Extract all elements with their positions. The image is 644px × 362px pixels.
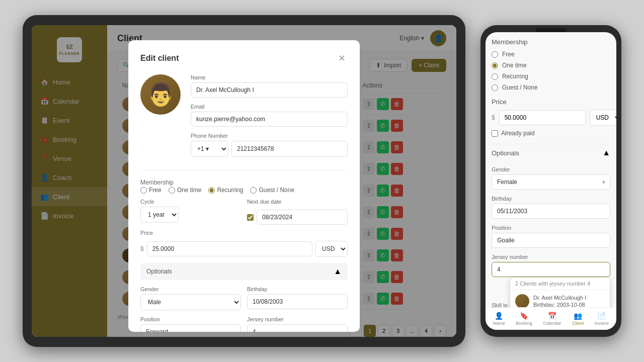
name-input[interactable] bbox=[191, 82, 348, 98]
phone-gender-select[interactable]: Female bbox=[492, 174, 610, 190]
price-input[interactable] bbox=[147, 241, 312, 256]
email-input[interactable] bbox=[191, 112, 348, 127]
gender-birthday-row: Gender Male Birthday bbox=[140, 286, 348, 316]
cycle-group: Cycle 1 year bbox=[140, 199, 241, 225]
phone-optionals-toggle[interactable]: Optionals ▲ bbox=[492, 144, 610, 161]
jersey-label: Jersey number bbox=[247, 316, 348, 322]
currency-select[interactable]: USD bbox=[315, 241, 348, 257]
name-nav-icon: 👤 bbox=[495, 312, 503, 320]
phone-recurring-radio[interactable] bbox=[492, 73, 498, 80]
phone-position-input[interactable] bbox=[492, 233, 610, 248]
bottom-nav-client-label: Client bbox=[572, 321, 584, 326]
phone-jersey-label: Jersey number bbox=[492, 254, 610, 260]
bottom-nav-calendar[interactable]: 📅 Calendar bbox=[543, 312, 561, 326]
autocomplete-info: Dr. Axel McCullough I Birthday: 2003-10-… bbox=[533, 295, 586, 307]
phone-onetime-radio[interactable] bbox=[492, 62, 498, 69]
next-due-group: Next due date bbox=[247, 199, 348, 225]
phone-already-paid-label: Already paid bbox=[501, 130, 535, 137]
phone-price-input[interactable] bbox=[499, 110, 586, 125]
jersey-input[interactable] bbox=[247, 324, 348, 332]
tablet-device: EZPLANNER 🏠 Home 📅 Calendar 📋 Event 🔖 Bo… bbox=[23, 15, 465, 347]
membership-onetime-radio[interactable] bbox=[169, 187, 175, 194]
phone-label: Phone Number bbox=[191, 133, 348, 139]
phone-notch bbox=[536, 28, 566, 32]
next-due-label: Next due date bbox=[247, 199, 282, 205]
membership-onetime[interactable]: One time bbox=[169, 187, 202, 194]
membership-recurring[interactable]: Recurring bbox=[208, 187, 243, 194]
phone-already-paid-row: Already paid bbox=[492, 130, 610, 137]
membership-divider bbox=[140, 170, 348, 170]
client-avatar: 👨 bbox=[140, 74, 181, 115]
membership-radio-group: Free One time Recurring Guest / None bbox=[140, 187, 348, 194]
phone-device: Membership Free One time Recurring Guest… bbox=[480, 25, 621, 337]
phone-free-radio[interactable] bbox=[492, 51, 498, 58]
gender-select[interactable]: Male bbox=[140, 294, 241, 310]
birthday-input[interactable] bbox=[247, 294, 348, 309]
modal-close-button[interactable]: ✕ bbox=[336, 52, 348, 64]
phone-field-group: Phone Number +1 ▾ bbox=[191, 133, 348, 157]
modal-overlay: Edit client ✕ 👨 Name Email bbox=[32, 25, 456, 337]
membership-guest[interactable]: Guest / None bbox=[250, 187, 294, 194]
phone-guest-radio[interactable] bbox=[492, 84, 498, 91]
phone-screen: Membership Free One time Recurring Guest… bbox=[486, 32, 616, 330]
cycle-select[interactable]: 1 year bbox=[140, 207, 179, 223]
price-row: $ USD bbox=[140, 241, 348, 257]
phone-price-label: Price bbox=[492, 98, 610, 106]
next-due-checkbox[interactable] bbox=[247, 214, 254, 221]
birthday-label: Birthday bbox=[247, 286, 348, 292]
email-label: Email bbox=[191, 104, 348, 110]
name-field-group: Name bbox=[191, 74, 348, 98]
phone-position-group: Position bbox=[492, 225, 610, 248]
price-label: Price bbox=[140, 230, 348, 236]
tablet-screen: EZPLANNER 🏠 Home 📅 Calendar 📋 Event 🔖 Bo… bbox=[32, 25, 456, 337]
phone-content: Membership Free One time Recurring Guest… bbox=[486, 32, 616, 307]
phone-position-label: Position bbox=[492, 225, 610, 231]
phone-price-row: $ USD bbox=[492, 110, 610, 126]
phone-guest-option[interactable]: Guest / None bbox=[492, 84, 610, 91]
phone-input[interactable] bbox=[231, 141, 348, 157]
phone-gender-label: Gender bbox=[492, 166, 610, 172]
phone-gender-group: Gender Female bbox=[492, 166, 610, 190]
phone-free-option[interactable]: Free bbox=[492, 51, 610, 58]
phone-birthday-group: Birthday bbox=[492, 196, 610, 219]
phone-prefix-select[interactable]: +1 ▾ bbox=[191, 141, 228, 157]
bottom-nav-name[interactable]: 👤 Name bbox=[493, 312, 505, 326]
bottom-nav-client[interactable]: 👥 Client bbox=[572, 312, 584, 326]
modal-body: 👨 Name Email Phone Number bbox=[140, 74, 348, 163]
cycle-row: Cycle 1 year Next due date bbox=[140, 199, 348, 225]
phone-already-paid-checkbox[interactable] bbox=[492, 130, 498, 137]
phone-optionals-label: Optionals bbox=[492, 149, 519, 157]
phone-jersey-input[interactable] bbox=[492, 262, 610, 277]
modal-form: Name Email Phone Number +1 ▾ bbox=[191, 74, 348, 163]
calendar-nav-icon: 📅 bbox=[548, 312, 556, 320]
membership-label: Membership bbox=[140, 179, 174, 186]
email-field-group: Email bbox=[191, 104, 348, 127]
bottom-nav-invoice[interactable]: 📄 Invoice bbox=[595, 312, 609, 326]
optionals-body: Gender Male Birthday Position bbox=[140, 280, 348, 332]
optionals-label: Optionals bbox=[146, 268, 172, 275]
position-jersey-row: Position Jersey number bbox=[140, 316, 348, 332]
modal-header: Edit client ✕ bbox=[140, 52, 348, 64]
bottom-nav-name-label: Name bbox=[493, 321, 505, 326]
membership-free[interactable]: Free bbox=[140, 187, 162, 194]
price-prefix: $ bbox=[140, 245, 144, 252]
birthday-group: Birthday bbox=[247, 286, 348, 310]
phone-onetime-option[interactable]: One time bbox=[492, 62, 610, 69]
phone-birthday-input[interactable] bbox=[492, 204, 610, 219]
position-input[interactable] bbox=[140, 324, 241, 332]
booking-nav-icon: 🔖 bbox=[520, 312, 528, 320]
next-due-input[interactable] bbox=[257, 210, 348, 225]
autocomplete-item[interactable]: Dr. Axel McCullough I Birthday: 2003-10-… bbox=[510, 290, 610, 307]
bottom-nav-booking[interactable]: 🔖 Booking bbox=[516, 312, 532, 326]
position-group: Position bbox=[140, 316, 241, 332]
phone-currency-select[interactable]: USD bbox=[590, 110, 616, 126]
membership-free-radio[interactable] bbox=[140, 187, 147, 194]
phone-bottom-nav: 👤 Name 🔖 Booking 📅 Calendar 👥 Client 📄 I… bbox=[486, 307, 616, 330]
optionals-toggle[interactable]: Optionals ▲ bbox=[140, 263, 348, 280]
phone-recurring-option[interactable]: Recurring bbox=[492, 73, 610, 80]
edit-client-modal: Edit client ✕ 👨 Name Email bbox=[128, 40, 360, 332]
autocomplete-avatar bbox=[515, 294, 529, 307]
membership-guest-radio[interactable] bbox=[250, 187, 257, 194]
membership-recurring-radio[interactable] bbox=[208, 187, 215, 194]
gender-label: Gender bbox=[140, 286, 241, 292]
